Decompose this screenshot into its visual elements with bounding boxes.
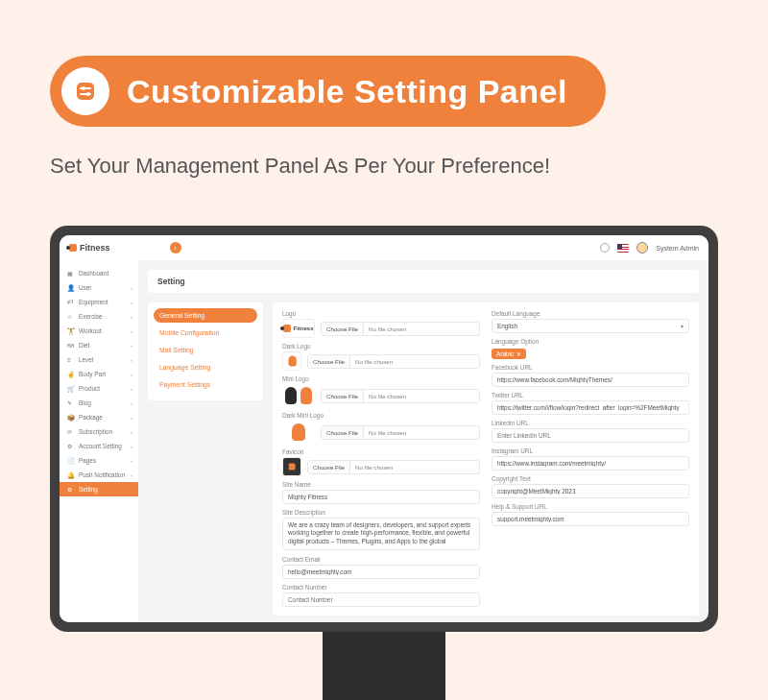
choose-file-button[interactable]: Choose File bbox=[308, 355, 350, 368]
sidebar-icon: 👤 bbox=[67, 284, 75, 292]
default-language-label: Default Language bbox=[492, 310, 689, 317]
sidebar-item-label: Dashboard bbox=[79, 270, 108, 277]
subnav-item-language-setting[interactable]: Language Setting bbox=[154, 360, 257, 374]
contact-number-input[interactable] bbox=[282, 592, 480, 607]
sidebar-item-level[interactable]: ≡Level› bbox=[60, 352, 138, 367]
flag-us-icon[interactable] bbox=[617, 244, 629, 253]
linkedin-url-label: LinkedIn URL bbox=[492, 420, 689, 426]
site-name-input[interactable] bbox=[282, 490, 480, 504]
sidebar-item-label: Pages bbox=[79, 457, 96, 464]
site-name-label: Site Name bbox=[282, 481, 480, 488]
sidebar-item-label: Subscription bbox=[79, 428, 112, 435]
instagram-url-label: Instagram URL bbox=[492, 447, 689, 454]
sidebar-icon: 🛒 bbox=[67, 385, 75, 393]
sidebar-item-user[interactable]: 👤User› bbox=[60, 280, 138, 295]
chevron-right-icon: › bbox=[131, 300, 132, 305]
subnav-item-mail-setting[interactable]: Mail Setting bbox=[154, 343, 257, 357]
chevron-right-icon: › bbox=[131, 328, 132, 334]
twitter-url-input[interactable] bbox=[492, 400, 689, 415]
sidebar-collapse-button[interactable]: ‹ bbox=[170, 242, 181, 253]
sidebar-item-body-part[interactable]: ✌Body Part› bbox=[60, 367, 138, 381]
monitor-frame: Fitness ‹ System Admin ▦Dashboard👤User›🏷… bbox=[50, 226, 718, 632]
sidebar-item-subscription[interactable]: ⟳Subscription› bbox=[60, 424, 138, 439]
sidebar-item-exercise[interactable]: ☆Exercise› bbox=[60, 309, 138, 324]
sidebar-item-label: Body Part bbox=[79, 371, 106, 377]
help-support-url-input[interactable] bbox=[492, 512, 689, 526]
sidebar-item-label: Package bbox=[79, 414, 103, 421]
subnav-item-payment-settings[interactable]: Payment Settings bbox=[154, 377, 257, 392]
default-language-select[interactable]: English bbox=[492, 319, 689, 333]
app-screen: Fitness ‹ System Admin ▦Dashboard👤User›🏷… bbox=[60, 235, 708, 622]
chevron-right-icon: › bbox=[131, 458, 132, 464]
logo-file-input[interactable]: Choose File No file chosen bbox=[321, 322, 480, 336]
brand-logo-icon bbox=[69, 244, 77, 252]
site-description-input[interactable] bbox=[282, 518, 480, 550]
svg-point-4 bbox=[86, 92, 90, 96]
hero-pill: Customizable Setting Panel bbox=[50, 56, 606, 127]
chevron-right-icon: › bbox=[131, 314, 132, 320]
sidebar-icon: ≡ bbox=[67, 356, 75, 364]
sidebar-item-dashboard[interactable]: ▦Dashboard bbox=[60, 266, 138, 280]
choose-file-button[interactable]: Choose File bbox=[308, 461, 350, 473]
sidebar-item-label: Blog bbox=[79, 399, 91, 406]
file-status-text: No file chosen bbox=[350, 461, 397, 473]
help-support-url-label: Help & Support URL bbox=[492, 503, 689, 510]
choose-file-button[interactable]: Choose File bbox=[322, 323, 364, 335]
sidebar-item-setting[interactable]: ⚙Setting bbox=[60, 482, 138, 496]
sidebar: ▦Dashboard👤User›🏷Equipment›☆Exercise›🏋Wo… bbox=[60, 260, 138, 622]
globe-icon[interactable] bbox=[600, 243, 610, 253]
subnav-item-general-setting[interactable]: General Setting bbox=[154, 308, 257, 323]
mini-logo-label: Mini Logo bbox=[282, 375, 480, 382]
sidebar-item-label: Push Notification bbox=[79, 471, 125, 478]
contact-email-input[interactable] bbox=[282, 565, 480, 579]
file-status-text: No file chosen bbox=[364, 426, 411, 439]
sidebar-item-pages[interactable]: 📄Pages› bbox=[60, 453, 138, 468]
choose-file-button[interactable]: Choose File bbox=[322, 390, 364, 402]
dark-mini-logo-file-input[interactable]: Choose File No file chosen bbox=[321, 425, 480, 440]
dark-logo-preview bbox=[282, 351, 301, 371]
hero-title: Customizable Setting Panel bbox=[127, 73, 567, 110]
subnav-item-mobile-configuration[interactable]: Mobile Configuration bbox=[154, 326, 257, 340]
settings-sliders-icon bbox=[61, 67, 109, 115]
user-name[interactable]: System Admin bbox=[656, 245, 699, 252]
language-chip-arabic[interactable]: Arabic bbox=[492, 349, 526, 359]
mini-logo-file-input[interactable]: Choose File No file chosen bbox=[321, 389, 480, 403]
contact-number-label: Contact Number bbox=[282, 584, 480, 591]
brand[interactable]: Fitness bbox=[69, 243, 110, 253]
sidebar-item-label: Exercise bbox=[79, 313, 103, 320]
chevron-right-icon: › bbox=[131, 472, 132, 478]
settings-subnav: General SettingMobile ConfigurationMail … bbox=[148, 302, 263, 400]
instagram-url-input[interactable] bbox=[492, 456, 689, 471]
choose-file-button[interactable]: Choose File bbox=[322, 426, 364, 439]
sidebar-item-blog[interactable]: ✎Blog› bbox=[60, 396, 138, 410]
logo-preview: Fitness bbox=[282, 319, 315, 338]
avatar[interactable] bbox=[636, 242, 648, 253]
sidebar-item-label: Level bbox=[79, 356, 93, 363]
sidebar-item-package[interactable]: 📦Package› bbox=[60, 410, 138, 424]
sidebar-item-product[interactable]: 🛒Product› bbox=[60, 381, 138, 396]
sidebar-icon: 🍽 bbox=[67, 342, 75, 350]
hero-subtitle: Set Your Management Panel As Per Your Pr… bbox=[50, 154, 550, 179]
sidebar-item-account-setting[interactable]: ⚙Account Setting› bbox=[60, 439, 138, 453]
sidebar-item-equipment[interactable]: 🏷Equipment› bbox=[60, 295, 138, 309]
sidebar-item-label: Diet bbox=[79, 342, 89, 349]
copyright-text-input[interactable] bbox=[492, 484, 689, 498]
file-status-text: No file chosen bbox=[364, 323, 411, 335]
sidebar-item-diet[interactable]: 🍽Diet› bbox=[60, 338, 138, 352]
sidebar-icon: 📦 bbox=[67, 414, 75, 422]
favicon-label: Favicon bbox=[282, 448, 480, 455]
facebook-url-input[interactable] bbox=[492, 373, 689, 387]
linkedin-url-input[interactable] bbox=[492, 428, 689, 443]
default-language-value: English bbox=[497, 323, 517, 329]
sidebar-icon: ☆ bbox=[67, 313, 75, 321]
favicon-file-input[interactable]: Choose File No file chosen bbox=[307, 460, 480, 474]
sidebar-icon: ⟳ bbox=[67, 428, 75, 436]
sidebar-item-push-notification[interactable]: 🔔Push Notification› bbox=[60, 468, 138, 482]
dark-logo-file-input[interactable]: Choose File No file chosen bbox=[307, 354, 480, 369]
sidebar-item-label: Equipment bbox=[79, 299, 108, 305]
language-option-label: Language Option bbox=[492, 338, 689, 345]
sidebar-icon: ▦ bbox=[67, 270, 75, 278]
sidebar-item-workout[interactable]: 🏋Workout› bbox=[60, 324, 138, 338]
language-chip-label: Arabic bbox=[496, 350, 514, 357]
topbar: Fitness ‹ System Admin bbox=[60, 235, 708, 260]
